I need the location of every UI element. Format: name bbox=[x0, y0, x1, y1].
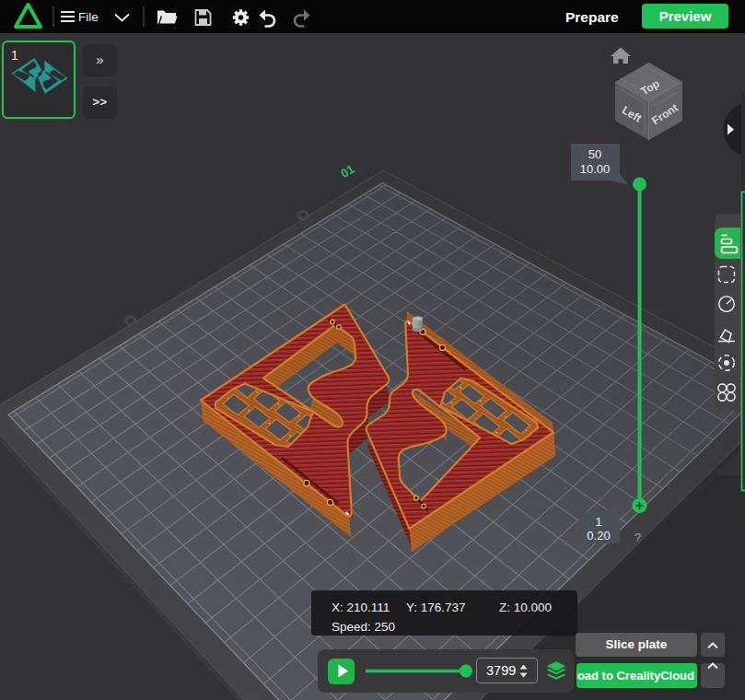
svg-text:Preview: Preview bbox=[659, 8, 712, 24]
svg-text:?: ? bbox=[634, 531, 641, 544]
svg-text:0.20: 0.20 bbox=[587, 529, 610, 542]
svg-text:Prepare: Prepare bbox=[565, 9, 619, 25]
svg-text:10.00: 10.00 bbox=[580, 162, 611, 176]
svg-text:1: 1 bbox=[595, 515, 601, 529]
svg-text:File: File bbox=[78, 10, 99, 24]
svg-text:50: 50 bbox=[588, 147, 601, 161]
